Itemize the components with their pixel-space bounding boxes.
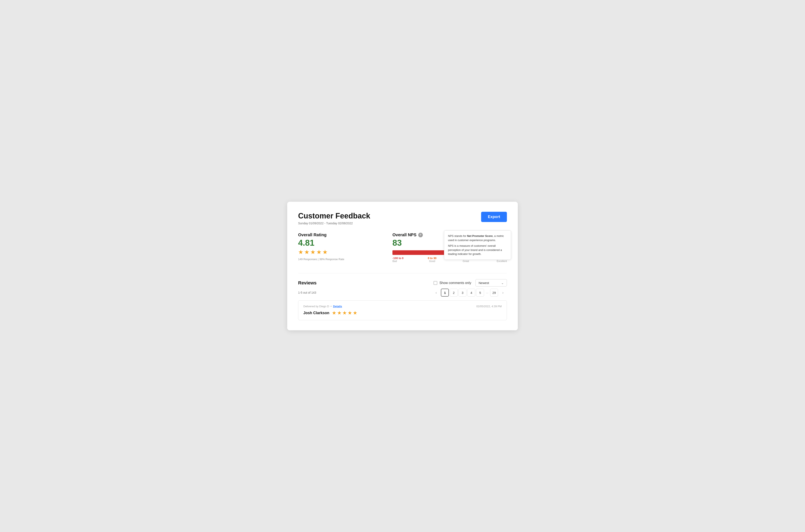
overall-rating-section: Overall Rating 4.81 ★ ★ ★ ★ ★ 149 Respon… xyxy=(298,232,380,261)
page-5-button[interactable]: 5 xyxy=(476,289,484,297)
nps-range-good: 0 to 30 xyxy=(428,256,437,260)
delivered-by-text: Delivered by Diego D xyxy=(303,305,329,308)
reviews-header: Reviews Show comments only Newest ⌄ xyxy=(298,279,507,286)
show-comments-text: Show comments only xyxy=(439,281,471,285)
star-3: ★ xyxy=(310,249,315,255)
show-comments-label[interactable]: Show comments only xyxy=(434,281,471,285)
review-star-5: ★ xyxy=(353,310,358,316)
sort-value: Newest xyxy=(479,281,489,285)
header-left: Customer Feedback Sunday 01/09/2022 - Tu… xyxy=(298,212,370,225)
pagination-ellipsis: ··· xyxy=(485,291,489,294)
review-star-4: ★ xyxy=(348,310,352,316)
review-meta: Delivered by Diego D • Details 02/05/202… xyxy=(303,305,502,308)
header: Customer Feedback Sunday 01/09/2022 - Tu… xyxy=(298,212,507,225)
review-delivered: Delivered by Diego D • Details xyxy=(303,305,342,308)
nps-range-label-excellent: Excellent xyxy=(497,260,507,263)
bar-segment-red xyxy=(392,250,450,255)
next-page-button[interactable]: › xyxy=(499,289,507,297)
reviews-controls: Show comments only Newest ⌄ xyxy=(434,279,507,286)
review-date: 02/05/2022, 4:39 PM xyxy=(476,305,502,308)
review-author-row: Josh Clarkson ★ ★ ★ ★ ★ xyxy=(303,310,502,316)
prev-page-button[interactable]: ‹ xyxy=(432,289,440,297)
date-range: Sunday 01/09/2022 - Tuesday 02/08/2022 xyxy=(298,222,370,225)
response-info: 149 Responses | 38% Response Rate xyxy=(298,258,380,261)
pagination-row: 1-5 out of 143 ‹ 1 2 3 4 5 ··· 29 › xyxy=(298,289,507,297)
reviews-title: Reviews xyxy=(298,280,316,286)
nps-title: Overall NPS xyxy=(392,232,417,237)
nps-range-label-bad: Bad xyxy=(392,260,397,263)
star-4: ★ xyxy=(316,249,322,255)
rating-stars: ★ ★ ★ ★ ★ xyxy=(298,249,380,255)
nps-section: Overall NPS ? 83 NPS stands for Net Prom… xyxy=(392,232,507,265)
metrics-row: Overall Rating 4.81 ★ ★ ★ ★ ★ 149 Respon… xyxy=(298,232,507,265)
nps-label-bad: -100 to 0 Bad xyxy=(392,256,404,263)
star-1: ★ xyxy=(298,249,303,255)
overall-rating-value: 4.81 xyxy=(298,239,380,247)
details-link[interactable]: Details xyxy=(333,305,342,308)
nps-label-good: 0 to 30 Good xyxy=(428,256,437,263)
review-card: Delivered by Diego D • Details 02/05/202… xyxy=(298,300,507,320)
review-stars: ★ ★ ★ ★ ★ xyxy=(332,310,358,316)
main-card: Customer Feedback Sunday 01/09/2022 - Tu… xyxy=(287,202,518,330)
nps-tooltip-line2: NPS is a measure of customers' overall p… xyxy=(448,244,507,256)
reviews-count: 1-5 out of 143 xyxy=(298,291,316,294)
nps-tooltip: NPS stands for Net Promoter Score, a met… xyxy=(444,230,511,260)
nps-range-label-great: Great xyxy=(463,260,469,263)
section-divider xyxy=(298,273,507,273)
page-2-button[interactable]: 2 xyxy=(450,289,458,297)
review-author: Josh Clarkson xyxy=(303,311,329,315)
nps-tooltip-line1: NPS stands for Net Promoter Score, a met… xyxy=(448,234,507,242)
nps-help-icon[interactable]: ? xyxy=(418,233,423,237)
sort-dropdown[interactable]: Newest ⌄ xyxy=(475,279,507,286)
page-title: Customer Feedback xyxy=(298,212,370,220)
chevron-down-icon: ⌄ xyxy=(501,281,504,285)
star-2: ★ xyxy=(304,249,309,255)
nps-range-label-good: Good xyxy=(429,260,435,263)
page-1-button[interactable]: 1 xyxy=(441,289,449,297)
star-5: ★ xyxy=(323,249,328,255)
show-comments-checkbox[interactable] xyxy=(434,281,437,285)
page-3-button[interactable]: 3 xyxy=(458,289,466,297)
overall-rating-label: Overall Rating xyxy=(298,232,380,237)
review-star-1: ★ xyxy=(332,310,336,316)
pagination: ‹ 1 2 3 4 5 ··· 29 › xyxy=(432,289,507,297)
page-4-button[interactable]: 4 xyxy=(467,289,475,297)
nps-range-bad: -100 to 0 xyxy=(392,256,404,260)
review-star-3: ★ xyxy=(342,310,347,316)
page-last-button[interactable]: 29 xyxy=(490,289,498,297)
review-star-2: ★ xyxy=(337,310,342,316)
export-button[interactable]: Export xyxy=(481,212,507,222)
